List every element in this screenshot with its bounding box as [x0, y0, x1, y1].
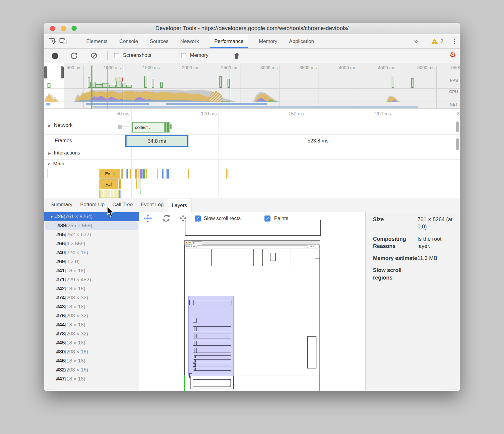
layer-tree-row[interactable]: #39(256 × 559) [45, 221, 138, 230]
devtools-tab[interactable]: Console [119, 34, 139, 48]
inspect-element-icon[interactable] [48, 37, 56, 45]
detail-value: 761 × 8264 (at 0,0) [417, 216, 454, 231]
layer-3d-view[interactable]: ✓ Slow scroll rects ✓ Paints [139, 212, 365, 391]
devtools-tab[interactable]: Memory [258, 34, 278, 48]
kebab-menu-icon[interactable] [453, 38, 456, 45]
details-tab[interactable]: Layers [168, 199, 191, 213]
screenshots-checkbox[interactable] [114, 53, 119, 58]
layer-tree-row[interactable]: #80(208 × 16) [44, 347, 139, 356]
flame-event-bar[interactable] [100, 190, 119, 198]
layer-wireframe-rect [262, 249, 263, 266]
selection-handle-left[interactable] [44, 66, 47, 78]
layer-tree-row[interactable]: #76(208 × 32) [44, 311, 139, 320]
layer-wireframe-rect [194, 359, 231, 362]
flame-chart[interactable]: 50 ms100 ms150 ms200 ms250 ms ▶ Network … [44, 109, 460, 198]
warning-icon[interactable] [431, 38, 438, 44]
flame-event-bar[interactable]: F...l [99, 179, 118, 189]
details-tab[interactable]: Summary [47, 198, 76, 212]
layer-tree-row[interactable]: #45(18 × 18) [44, 338, 139, 347]
rotate-mode-icon[interactable] [162, 214, 171, 222]
layer-tree-row[interactable]: #46(18 × 18) [44, 356, 139, 365]
collapse-triangle-icon[interactable]: ▶ [48, 151, 51, 155]
devtools-tab[interactable]: Network [180, 34, 200, 48]
divider [448, 38, 448, 45]
layer-tree-row[interactable]: #66(4 × 559) [44, 239, 139, 248]
layer-tree-row[interactable]: #65(252 × 632) [44, 230, 139, 239]
layer-tree-row[interactable]: ▼#25(761 × 8264) [44, 212, 139, 221]
expand-triangle-icon[interactable]: ▼ [47, 162, 50, 166]
more-tabs-chevron-icon[interactable]: » [414, 38, 418, 45]
devtools-tab[interactable]: Performance [210, 34, 248, 48]
layer-tree-row[interactable]: #41(18 × 18) [44, 266, 139, 275]
vertical-scrollbar-thumb[interactable] [456, 121, 459, 132]
flame-event-tick [126, 169, 127, 179]
layer-wireframe-rect [253, 249, 254, 266]
clear-icon[interactable] [91, 53, 97, 59]
pan-mode-icon[interactable] [144, 214, 152, 222]
ruler-tick-label: 250 ms [457, 111, 460, 117]
layer-wireframe-rect [186, 242, 187, 243]
layer-dimensions: (252 × 632) [65, 232, 91, 237]
layer-wireframe-rect [193, 300, 231, 305]
devtools-tab[interactable]: Application [289, 34, 315, 48]
flame-event-tick [99, 190, 100, 198]
flame-event-bar[interactable] [119, 179, 121, 189]
settings-gear-icon[interactable]: ⚙ [450, 50, 456, 59]
layer-wireframe-rect [193, 379, 231, 387]
devtools-tab[interactable]: Elements [86, 34, 108, 48]
flame-event-tick [171, 124, 172, 129]
trash-icon[interactable] [233, 52, 240, 60]
ruler-tick-label: 1000 ms [103, 65, 121, 70]
detail-value: 11.3 MB [417, 255, 454, 262]
layer-tree-row[interactable]: #78(208 × 32) [44, 329, 139, 338]
layer-dimensions: (18 × 18) [65, 286, 85, 292]
ruler-tick-label: 2000 ms [182, 65, 199, 70]
details-tab[interactable]: Event Log [137, 198, 168, 212]
ruler-tick-label: 500 ms [67, 65, 81, 70]
selection-handle-right[interactable] [61, 66, 64, 78]
gridline [131, 109, 132, 198]
layer-tree-row[interactable]: #82(208 × 16) [44, 365, 139, 374]
layer-tree-row[interactable]: #40(224 × 16) [44, 248, 139, 257]
layer-tree-row[interactable]: #74(208 × 32) [44, 293, 139, 302]
timeline-overview[interactable]: 500 ms1000 ms1500 ms2000 ms2500 ms3000 m… [44, 63, 460, 109]
collapse-triangle-icon[interactable]: ▶ [48, 124, 51, 128]
layer-tree-row[interactable]: #47(18 × 18) [44, 374, 139, 384]
layer-tree-row[interactable]: #43(18 × 18) [44, 302, 139, 311]
row-divider [44, 120, 460, 120]
flame-event-bar[interactable]: Ev...) [99, 169, 120, 179]
layer-id: #78 [56, 331, 65, 337]
device-toolbar-icon[interactable] [59, 37, 67, 45]
flame-event-bar[interactable] [121, 169, 123, 179]
flame-event-tick [142, 169, 143, 179]
record-button[interactable] [52, 53, 58, 59]
layer-tree-row[interactable]: #44(18 × 18) [44, 320, 139, 329]
reload-icon[interactable] [70, 52, 78, 60]
detail-row: Slow scroll regions [373, 267, 460, 281]
gridline [393, 109, 393, 198]
layer-wireframe-rect [189, 300, 193, 305]
network-request-bar[interactable]: collect ... [132, 122, 165, 133]
devtools-window: Developer Tools - https://developers.goo… [44, 23, 460, 391]
layer-dimensions: (208 × 32) [65, 313, 88, 319]
flame-event-tick [138, 169, 139, 179]
vertical-scrollbar-thumb[interactable] [456, 138, 459, 150]
layer-dimensions: (761 × 8264) [63, 214, 93, 219]
layer-tree-row[interactable]: #69(0 × 0) [44, 257, 139, 266]
layer-dimensions: (0 × 0) [65, 259, 80, 264]
layer-id: #39 [57, 223, 66, 228]
layer-wireframe-rect [303, 249, 303, 266]
network-request-bar-solid[interactable] [165, 122, 170, 133]
layer-wireframe-rect [191, 246, 192, 247]
expand-triangle-icon[interactable]: ▼ [50, 212, 55, 222]
memory-checkbox[interactable] [181, 53, 186, 58]
devtools-tab[interactable]: Sources [149, 34, 169, 48]
layer-tree-row[interactable]: #42(18 × 18) [44, 284, 139, 293]
layer-tree-row[interactable]: #71(229 × 482) [44, 275, 139, 284]
overview-row-label: NET [450, 102, 458, 107]
gridline [218, 109, 219, 198]
details-tab[interactable]: Bottom-Up [76, 198, 108, 212]
selected-frame[interactable]: 34.8 ms [125, 135, 188, 147]
interactions-track-label: Interactions [54, 150, 80, 156]
layer-id: #82 [56, 367, 65, 373]
